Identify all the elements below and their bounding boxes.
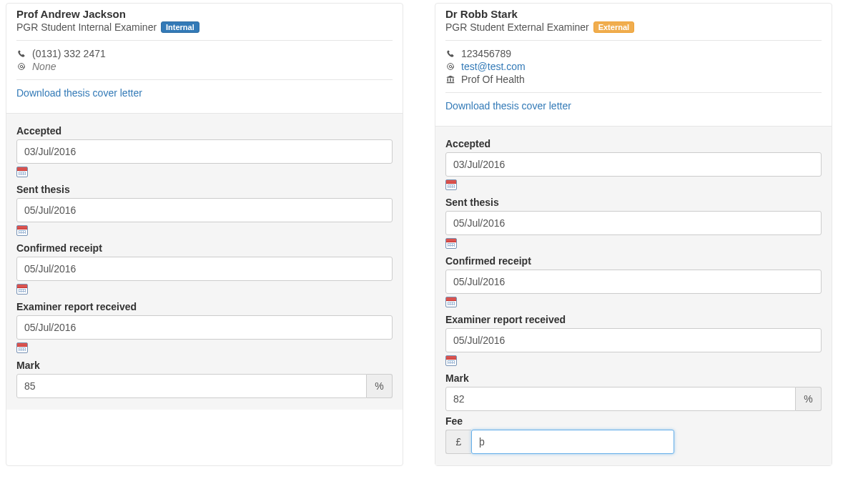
external-examiner-card: Dr Robb Stark PGR Student External Exami… [435,3,832,466]
institution-value: Prof Of Health [461,74,525,85]
mark-input[interactable] [16,374,367,398]
report-received-input[interactable] [445,328,822,352]
calendar-icon[interactable] [16,167,28,177]
email-link[interactable]: test@test.com [461,61,526,72]
examiner-role: PGR Student Internal Examiner [16,21,157,33]
accepted-input[interactable] [445,152,822,177]
external-badge: External [593,21,634,33]
svg-point-3 [449,65,451,67]
confirmed-receipt-input[interactable] [445,270,822,294]
examiner-role: PGR Student External Examiner [445,21,589,33]
at-icon [16,61,26,71]
svg-point-0 [19,64,25,70]
accepted-label: Accepted [445,138,822,149]
phone-value: 123456789 [461,48,511,59]
calendar-icon[interactable] [16,225,28,236]
mark-label: Mark [16,360,393,371]
phone-value: (0131) 332 2471 [32,48,106,59]
confirmed-receipt-label: Confirmed receipt [16,242,393,254]
divider [16,79,393,80]
calendar-icon[interactable] [445,179,457,190]
accepted-label: Accepted [16,125,393,137]
currency-addon: £ [445,430,471,454]
confirmed-receipt-label: Confirmed receipt [445,255,822,267]
divider [16,40,393,41]
mark-label: Mark [445,372,822,384]
percent-addon: % [367,374,393,398]
divider [445,92,822,93]
download-cover-letter-link[interactable]: Download thesis cover letter [445,100,571,112]
phone-icon [445,49,455,59]
confirmed-receipt-input[interactable] [16,257,393,281]
sent-thesis-label: Sent thesis [445,197,822,208]
svg-point-2 [448,64,454,70]
internal-form: Accepted Sent thesis Confirmed receipt E… [6,113,403,410]
calendar-icon[interactable] [16,284,28,295]
internal-badge: Internal [161,21,199,33]
report-received-input[interactable] [16,315,393,340]
report-received-label: Examiner report received [16,301,393,312]
calendar-icon[interactable] [445,238,457,249]
download-cover-letter-link[interactable]: Download thesis cover letter [16,87,142,99]
accepted-input[interactable] [16,139,393,164]
percent-addon: % [796,387,822,411]
sent-thesis-input[interactable] [445,211,822,235]
calendar-icon[interactable] [16,342,28,353]
fee-label: Fee [445,415,822,427]
fee-input[interactable] [471,430,674,454]
examiner-name: Dr Robb Stark [445,8,822,20]
internal-examiner-card: Prof Andrew Jackson PGR Student Internal… [6,3,403,466]
contact-block: 123456789 test@test.com Prof Of Health [445,48,822,85]
external-form: Accepted Sent thesis Confirmed receipt E… [435,126,832,465]
divider [445,40,822,41]
report-received-label: Examiner report received [445,314,822,325]
calendar-icon[interactable] [445,297,457,307]
sent-thesis-label: Sent thesis [16,184,393,195]
email-value: None [32,61,56,72]
svg-point-1 [20,65,22,67]
examiner-name: Prof Andrew Jackson [16,8,393,20]
examiner-role-line: PGR Student Internal Examiner Internal [16,21,393,33]
phone-icon [16,49,26,59]
sent-thesis-input[interactable] [16,198,393,222]
examiner-role-line: PGR Student External Examiner External [445,21,822,33]
contact-block: (0131) 332 2471 None [16,48,393,72]
mark-input[interactable] [445,387,796,411]
calendar-icon[interactable] [445,355,457,366]
institution-icon [445,74,455,84]
at-icon [445,61,455,71]
